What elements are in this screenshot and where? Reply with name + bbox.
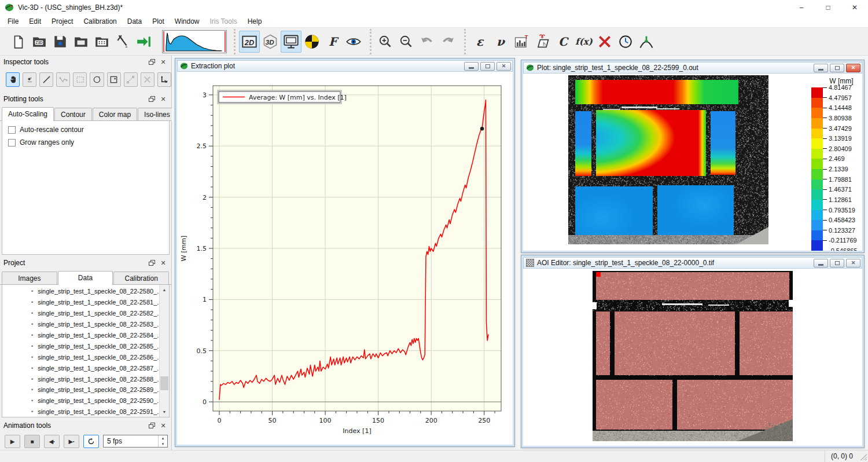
coordinate-transform-button[interactable]: C — [553, 31, 573, 53]
plotting-tab[interactable]: Iso-lines — [138, 108, 176, 121]
data-list-item[interactable]: • single_strip_test_1_speckle_08_22-2580… — [2, 286, 159, 297]
data-list-item[interactable]: • single_strip_test_1_speckle_08_22-2585… — [2, 340, 159, 351]
zoom-out-button[interactable] — [396, 31, 417, 53]
scroll-down-icon[interactable]: ▼ — [160, 407, 169, 417]
data-list-item[interactable]: • single_strip_test_1_speckle_08_22-2590… — [2, 395, 159, 406]
fps-up-icon[interactable]: ▲ — [159, 435, 167, 441]
data-list-item[interactable]: • single_strip_test_1_speckle_08_22-2584… — [2, 330, 159, 341]
data-list-item[interactable]: • single_strip_test_1_speckle_08_22-2583… — [2, 319, 159, 330]
extraction-minimize-button[interactable] — [464, 62, 479, 71]
extraction-close-button[interactable]: ✕ — [496, 62, 511, 71]
project-tab[interactable]: Data — [58, 271, 113, 285]
aoi-close-button[interactable]: ✕ — [846, 259, 860, 267]
step-forward-button[interactable]: ▶▪ — [64, 435, 79, 448]
animation-close-icon[interactable]: ✕ — [159, 421, 168, 430]
view-2d-button[interactable]: 2D — [239, 31, 260, 53]
extraction-line-chart[interactable]: 05010015020025000.511.522.53Index [1]W [… — [177, 72, 513, 445]
extraction-plot-window[interactable]: Extraction plot ✕ 05010015020025000.511.… — [175, 58, 515, 447]
contrast-target-button[interactable] — [301, 31, 322, 53]
fps-down-icon[interactable]: ▼ — [159, 441, 167, 447]
project-list-scrollbar[interactable]: ▲ ▼ — [159, 285, 169, 417]
segment-inspector-tool[interactable] — [124, 72, 138, 87]
step-back-button[interactable]: ◀▪ — [44, 435, 60, 448]
aoi-restore-button[interactable] — [830, 259, 844, 267]
plot-minimize-button[interactable] — [814, 64, 828, 72]
data-list-item[interactable]: • single_strip_test_1_speckle_08_22-2591… — [2, 406, 159, 417]
line-inspector-tool[interactable] — [39, 72, 53, 87]
aoi-editor-window[interactable]: AOI Editor: single_strip_test_1_speckle_… — [521, 255, 865, 448]
checkbox[interactable] — [8, 126, 16, 134]
app-maximize-button[interactable]: □ — [815, 0, 841, 15]
inspector-float-icon[interactable] — [147, 57, 156, 67]
function-fx-button[interactable]: f(x) — [573, 31, 594, 53]
data-list-item[interactable]: • single_strip_test_1_speckle_08_22-2581… — [2, 297, 159, 308]
app-minimize-button[interactable]: – — [788, 0, 815, 15]
new-project-button[interactable] — [8, 31, 29, 53]
loop-button[interactable] — [83, 435, 99, 448]
scroll-up-icon[interactable]: ▲ — [160, 285, 169, 295]
menu-item[interactable]: Plot — [147, 16, 170, 27]
fps-spinbox[interactable]: 5 fps ▲▼ — [103, 435, 168, 448]
extraction-restore-button[interactable] — [480, 62, 495, 71]
aoi-minimize-button[interactable] — [814, 259, 828, 267]
app-close-button[interactable]: ✕ — [841, 0, 868, 15]
data-list-item[interactable]: • single_strip_test_1_speckle_08_22-2586… — [2, 351, 159, 362]
open-calibration-images-button[interactable] — [91, 31, 112, 53]
menu-item[interactable]: Help — [242, 16, 267, 27]
coordinate-axes-tool[interactable] — [157, 72, 171, 87]
circle-inspector-tool[interactable] — [90, 72, 104, 87]
aoi-speckle-image[interactable] — [593, 271, 793, 441]
plotting-tab[interactable]: Color map — [93, 108, 137, 121]
fullscreen-view-button[interactable] — [281, 31, 301, 53]
menu-item[interactable]: Project — [46, 16, 78, 27]
menu-item[interactable]: Calibration — [78, 16, 122, 27]
checkbox[interactable] — [8, 139, 16, 146]
plot-window-titlebar[interactable]: Plot: single_strip_test_1_speckle_08_22-… — [523, 62, 862, 74]
project-close-icon[interactable]: ✕ — [159, 258, 168, 267]
play-button[interactable]: ▶ — [5, 435, 20, 448]
save-project-button[interactable] — [50, 31, 71, 53]
menu-item[interactable]: File — [2, 16, 24, 27]
point-inspector-tool[interactable] — [23, 72, 36, 87]
data-list-item[interactable]: • single_strip_test_1_speckle_08_22-2587… — [2, 362, 159, 373]
plot-close-button[interactable]: ✕ — [846, 64, 860, 72]
animation-float-icon[interactable] — [147, 421, 156, 430]
menu-item[interactable]: Data — [122, 16, 147, 27]
pan-hand-tool[interactable] — [6, 72, 20, 87]
scroll-thumb[interactable] — [160, 376, 168, 390]
apply-function-button[interactable]: F — [322, 31, 343, 53]
plotting-float-icon[interactable] — [147, 94, 156, 104]
delete-data-button[interactable] — [594, 31, 615, 53]
arch-extract-button[interactable] — [636, 31, 657, 53]
plot-restore-button[interactable] — [830, 64, 844, 72]
project-tab[interactable]: Images — [2, 272, 57, 285]
data-list-item[interactable]: • single_strip_test_1_speckle_08_22-2582… — [2, 308, 159, 319]
time-history-button[interactable] — [615, 31, 636, 53]
resize-grip[interactable] — [859, 452, 867, 460]
open-speckle-images-button[interactable] — [71, 31, 91, 53]
project-tab[interactable]: Calibration — [113, 272, 169, 285]
plotting-tab[interactable]: Contour — [54, 108, 92, 121]
contour-heatmap[interactable] — [568, 75, 768, 244]
delete-inspector-tool[interactable] — [141, 72, 155, 87]
project-float-icon[interactable] — [147, 258, 156, 267]
stop-button[interactable]: ■ — [24, 435, 40, 448]
data-list-item[interactable]: • single_strip_test_1_speckle_08_22-2588… — [2, 373, 159, 384]
strain-epsilon-button[interactable]: ε — [469, 31, 490, 53]
zoom-in-button[interactable] — [375, 31, 396, 53]
undo-button[interactable] — [417, 31, 437, 53]
menu-item[interactable]: Iris Tools — [205, 16, 242, 27]
open-project-button[interactable]: Z3D — [29, 31, 50, 53]
menu-item[interactable]: Edit — [24, 16, 46, 27]
menu-item[interactable]: Window — [170, 16, 205, 27]
plotting-close-icon[interactable]: ✕ — [159, 94, 168, 104]
aoi-window-titlebar[interactable]: AOI Editor: single_strip_test_1_speckle_… — [523, 257, 862, 269]
inspector-close-icon[interactable]: ✕ — [159, 57, 168, 67]
polyline-inspector-tool[interactable] — [56, 72, 70, 87]
histogram-preview-widget[interactable] — [162, 30, 227, 53]
extraction-window-titlebar[interactable]: Extraction plot ✕ — [177, 60, 513, 72]
contour-plot-window[interactable]: Plot: single_strip_test_1_speckle_08_22-… — [521, 60, 865, 253]
visibility-eye-button[interactable] — [343, 31, 364, 53]
redo-button[interactable] — [437, 31, 458, 53]
view-3d-button[interactable]: 3D — [260, 31, 281, 53]
